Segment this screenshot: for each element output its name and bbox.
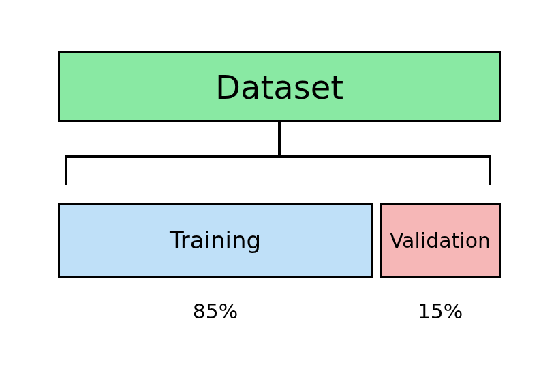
dataset-label: Dataset xyxy=(215,68,343,106)
dataset-box: Dataset xyxy=(58,51,501,122)
connector-horizontal xyxy=(65,155,491,158)
validation-label: Validation xyxy=(390,229,491,252)
connector-left-tick xyxy=(65,155,67,185)
training-percent: 85% xyxy=(58,299,373,323)
validation-box: Validation xyxy=(380,203,501,278)
validation-percent: 15% xyxy=(380,299,501,323)
diagram-stage: Dataset Training Validation 85% 15% xyxy=(0,0,556,392)
training-box: Training xyxy=(58,203,373,278)
training-label: Training xyxy=(170,227,261,254)
connector-right-tick xyxy=(489,155,491,185)
connector-vertical xyxy=(278,122,281,155)
